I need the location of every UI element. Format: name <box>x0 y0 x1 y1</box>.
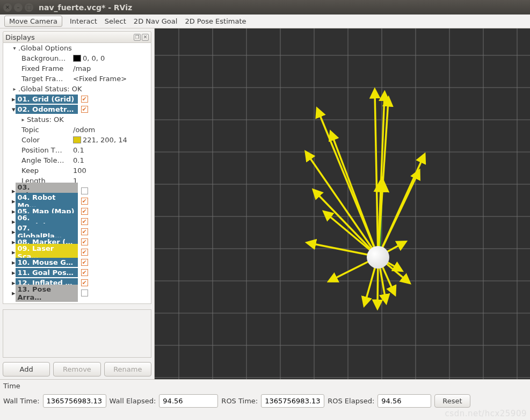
prop-key: Fixed Frame <box>20 64 73 73</box>
global-status-label: .Global Status: OK <box>17 85 82 93</box>
close-icon[interactable]: ✕ <box>3 3 12 12</box>
minimize-icon[interactable]: – <box>14 3 23 12</box>
display-item-checkbox[interactable] <box>81 259 88 266</box>
expand-arrow-icon[interactable]: ▸ <box>12 86 17 92</box>
window-title: nav_fuerte.vcg* - RViz <box>39 3 132 12</box>
reset-button[interactable]: Reset <box>434 394 470 408</box>
svg-line-32 <box>378 173 418 257</box>
svg-line-25 <box>375 93 378 257</box>
odometry-arrows <box>155 28 530 379</box>
display-item-label: 13. Pose Arra… <box>16 285 78 302</box>
close-panel-icon[interactable]: ✕ <box>142 34 149 41</box>
wall-elapsed-label: Wall Elapsed: <box>110 397 156 405</box>
display-item-checkbox[interactable] <box>81 106 88 113</box>
move-camera-button[interactable]: Move Camera <box>4 16 62 27</box>
display-item-checkbox[interactable] <box>81 208 88 215</box>
viewport[interactable] <box>155 28 530 379</box>
display-item[interactable]: ▸01. Grid (Grid) <box>3 94 151 104</box>
display-item-checkbox[interactable] <box>81 279 88 286</box>
add-button[interactable]: Add <box>3 362 50 376</box>
ros-time-label: ROS Time: <box>221 397 258 405</box>
displays-tree[interactable]: ▾ .Global Options Backgroun… 0, 0, 0 Fix… <box>3 43 151 304</box>
property-row[interactable]: Color221, 200, 14 <box>3 135 151 145</box>
interact-button[interactable]: Interact <box>70 17 97 25</box>
display-item-checkbox[interactable] <box>81 289 88 296</box>
wall-elapsed-field[interactable] <box>159 394 218 408</box>
time-panel: Time Wall Time: Wall Elapsed: ROS Time: … <box>0 379 530 420</box>
undock-icon[interactable]: ❐ <box>134 34 141 41</box>
prop-key: Backgroun… <box>20 54 73 62</box>
toolbar: Move Camera Interact Select 2D Nav Goal … <box>0 15 530 28</box>
property-row[interactable]: Topic/odom <box>3 125 151 135</box>
display-item-checkbox[interactable] <box>81 238 88 245</box>
property-row[interactable]: Position T…0.1 <box>3 145 151 155</box>
target-frame-row[interactable]: Target Fra… <Fixed Frame> <box>3 74 151 84</box>
time-panel-title: Time <box>0 380 530 392</box>
prop-key: Topic <box>20 126 73 134</box>
display-item[interactable]: ▸11. Goal Pos… <box>3 267 151 278</box>
prop-value: <Fixed Frame> <box>73 75 151 83</box>
rename-button[interactable]: Rename <box>104 362 151 376</box>
displays-panel: Displays ❐ ✕ ▾ .Global Options Backgroun… <box>0 28 155 379</box>
property-row[interactable]: Angle Tole…0.1 <box>3 155 151 165</box>
robot-marker <box>367 246 389 269</box>
select-button[interactable]: Select <box>105 17 126 25</box>
display-item-checkbox[interactable] <box>81 228 88 235</box>
global-status-row[interactable]: ▸ .Global Status: OK <box>3 84 151 94</box>
expand-arrow-icon[interactable]: ▸ <box>20 117 26 122</box>
prop-key: Keep <box>20 166 73 175</box>
display-item[interactable]: ▸04. Robot Mo… <box>3 196 151 206</box>
prop-value: /map <box>73 64 151 73</box>
display-item-checkbox[interactable] <box>81 269 88 276</box>
display-item-checkbox[interactable] <box>81 187 88 194</box>
expand-arrow-icon[interactable]: ▾ <box>12 45 17 51</box>
prop-key: Color <box>20 136 73 144</box>
prop-value: 0, 0, 0 <box>83 54 105 62</box>
maximize-icon[interactable]: ⬚ <box>25 3 33 12</box>
remove-button[interactable]: Remove <box>53 362 100 376</box>
displays-panel-header: Displays ❐ ✕ <box>3 31 151 43</box>
display-item[interactable]: ▸13. Pose Arra… <box>3 288 151 298</box>
prop-value: 100 <box>73 166 86 175</box>
property-row[interactable]: Keep100 <box>3 165 151 176</box>
description-pane <box>3 309 151 358</box>
fixed-frame-row[interactable]: Fixed Frame /map <box>3 63 151 74</box>
watermark: csdn.net/hcx25909 <box>445 409 527 418</box>
global-options-label: .Global Options <box>17 44 72 52</box>
display-item-checkbox[interactable] <box>81 96 88 103</box>
display-item-label: 01. Grid (Grid) <box>16 95 78 104</box>
nav-goal-button[interactable]: 2D Nav Goal <box>134 17 178 25</box>
display-item[interactable]: ▸09. Laser Sca… <box>3 247 151 257</box>
display-item-label: 11. Goal Pos… <box>16 268 78 277</box>
prop-value: 221, 200, 14 <box>83 136 127 144</box>
background-color-row[interactable]: Backgroun… 0, 0, 0 <box>3 53 151 63</box>
color-swatch-icon <box>73 55 81 62</box>
display-item[interactable]: ▸10. Mouse G… <box>3 257 151 267</box>
wall-time-field[interactable] <box>43 394 106 408</box>
display-item-checkbox[interactable] <box>81 249 88 256</box>
display-item-label: 10. Mouse G… <box>16 258 78 267</box>
color-swatch-icon <box>73 136 81 143</box>
window-titlebar: ✕ – ⬚ nav_fuerte.vcg* - RViz <box>0 0 530 15</box>
display-item-label: 02. Odometr… <box>16 105 78 114</box>
ros-elapsed-field[interactable] <box>377 394 431 408</box>
display-item-checkbox[interactable] <box>81 218 88 225</box>
display-item[interactable]: ▸07. GlobalPla… <box>3 227 151 237</box>
status-row[interactable]: ▸Status: OK <box>3 114 151 125</box>
displays-panel-title: Displays <box>5 33 35 41</box>
prop-value: 0.1 <box>73 156 84 164</box>
prop-value: /odom <box>73 126 95 134</box>
wall-time-label: Wall Time: <box>3 397 40 405</box>
global-options-row[interactable]: ▾ .Global Options <box>3 43 151 53</box>
pose-estimate-button[interactable]: 2D Pose Estimate <box>185 17 246 25</box>
ros-elapsed-label: ROS Elapsed: <box>328 397 374 405</box>
display-item-checkbox[interactable] <box>81 198 88 205</box>
prop-value: 0.1 <box>73 146 84 154</box>
prop-key: Position T… <box>20 146 73 154</box>
status-label: Status: OK <box>26 115 64 124</box>
prop-key: Target Fra… <box>20 75 73 83</box>
ros-time-field[interactable] <box>261 394 324 408</box>
display-item[interactable]: ▾02. Odometr… <box>3 104 151 114</box>
prop-key: Angle Tole… <box>20 156 73 164</box>
